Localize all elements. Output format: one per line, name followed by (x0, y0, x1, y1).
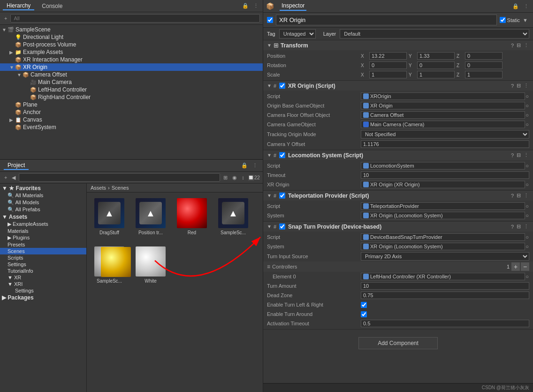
hierarchy-item-main-camera[interactable]: 🎥 Main Camera (0, 78, 263, 86)
project-view-btn[interactable]: ◉ (231, 174, 238, 181)
camera-y-input[interactable] (361, 140, 529, 148)
project-filter-btn[interactable]: ⊞ (222, 174, 229, 181)
xr-origin-help[interactable]: ? (510, 82, 514, 89)
hierarchy-item-xr-interaction[interactable]: 📦 XR Interaction Manager (0, 56, 263, 63)
project-tree-materials[interactable]: Materials (0, 228, 86, 234)
hierarchy-item-example-assets[interactable]: ▶ 📁 Example Assets (0, 48, 263, 56)
project-tree-all-materials[interactable]: 🔍 All Materials (0, 192, 86, 199)
object-name-input[interactable] (276, 15, 497, 25)
locomotion-menu[interactable]: ⋮ (523, 152, 529, 159)
turn-amount-input[interactable] (361, 282, 529, 290)
controllers-add[interactable]: + (511, 262, 520, 271)
project-tree-xri-settings[interactable]: Settings (0, 287, 86, 294)
asset-drag-stuff[interactable]: ▲ DragStuff (91, 196, 128, 237)
teleport-menu[interactable]: ⋮ (523, 192, 529, 199)
origin-base-menu[interactable]: ○ (525, 102, 529, 109)
teleport-script-menu[interactable]: ○ (525, 203, 529, 209)
turn-input-select[interactable]: Primary 2D Axis (361, 252, 529, 261)
project-tree-plugins[interactable]: ▶ Plugins (0, 234, 86, 241)
snap-turn-active[interactable] (279, 223, 285, 230)
project-tree-scripts[interactable]: Scripts (0, 254, 86, 261)
project-tree-tutorialinfo[interactable]: TutorialInfo (0, 268, 86, 274)
locomotion-header[interactable]: ▼ # Locomotion System (Script) ? ⊟ ⋮ (263, 150, 533, 160)
snap-script-menu[interactable]: ○ (525, 234, 529, 240)
hierarchy-item-righthand[interactable]: 📦 RightHand Controller (0, 93, 263, 101)
asset-position-tr[interactable]: ▲ Position tr... (132, 196, 169, 237)
enable-around-checkbox[interactable] (361, 311, 367, 317)
controllers-remove[interactable]: − (521, 262, 529, 271)
teleport-active[interactable] (279, 192, 285, 199)
project-sort-btn[interactable]: ↕ (240, 174, 246, 181)
transform-menu[interactable]: ⋮ (523, 42, 529, 49)
asset-white[interactable]: White (132, 245, 169, 285)
activation-timeout-input[interactable] (361, 320, 529, 327)
locomotion-active[interactable] (279, 152, 285, 158)
snap-turn-menu[interactable]: ⋮ (523, 223, 529, 230)
snap-turn-presets[interactable]: ⊟ (516, 223, 521, 230)
project-tab[interactable]: Project (4, 161, 29, 170)
hierarchy-item-lefthand[interactable]: 📦 LeftHand Controller (0, 86, 263, 93)
hierarchy-menu-btn[interactable]: ⋮ (252, 2, 260, 9)
teleport-system-menu[interactable]: ○ (525, 212, 529, 219)
project-tree-settings[interactable]: Settings (0, 261, 86, 268)
rot-x[interactable] (369, 61, 407, 69)
hierarchy-item-plane[interactable]: 📦 Plane (0, 101, 263, 108)
locomotion-presets[interactable]: ⊟ (516, 152, 521, 159)
hierarchy-item-directional-light[interactable]: 💡 Directional Light (0, 33, 263, 41)
loco-script-menu[interactable]: ○ (525, 162, 529, 169)
project-tree-scenes[interactable]: Scenes (0, 248, 86, 254)
timeout-input[interactable] (361, 171, 529, 179)
camera-go-menu[interactable]: ○ (525, 121, 529, 128)
hierarchy-item-samplescene[interactable]: ▼ 🎬 SampleScene (0, 26, 263, 33)
layer-select[interactable]: Default (340, 29, 529, 38)
object-active-checkbox[interactable] (267, 17, 273, 23)
project-tree-all-prefabs[interactable]: 🔍 All Prefabs (0, 206, 86, 213)
hierarchy-search-input[interactable] (10, 14, 260, 23)
hierarchy-item-post-process[interactable]: 📦 Post-process Volume (0, 41, 263, 48)
rot-y[interactable] (417, 61, 455, 69)
snap-turn-header[interactable]: ▼ # Snap Turn Provider (Device-based) ? … (263, 222, 533, 231)
project-tree-xri[interactable]: ▼ XRI (0, 281, 86, 287)
pos-z[interactable] (465, 52, 503, 60)
project-tree-packages[interactable]: ▶ Packages (0, 294, 86, 301)
snap-system-menu[interactable]: ○ (525, 243, 529, 250)
project-back-btn[interactable]: ◀ (10, 174, 17, 181)
project-tree-all-models[interactable]: 🔍 All Models (0, 199, 86, 206)
tag-select[interactable]: Untagged (279, 29, 316, 38)
teleportation-header[interactable]: ▼ # Teleportation Provider (Script) ? ⊟ … (263, 191, 533, 200)
project-add-btn[interactable]: + (3, 174, 8, 181)
transform-presets[interactable]: ⊟ (516, 42, 521, 49)
project-tree-xr[interactable]: ▼ XR (0, 274, 86, 281)
hierarchy-item-canvas[interactable]: ▶ 📋 Canvas (0, 116, 263, 123)
locomotion-help[interactable]: ? (510, 152, 514, 159)
pos-y[interactable] (417, 52, 455, 60)
hierarchy-lock-btn[interactable]: 🔒 (241, 2, 250, 9)
xr-origin-menu[interactable]: ⋮ (523, 82, 529, 89)
project-tree-favorites[interactable]: ▼ ★ Favorites (0, 184, 86, 192)
project-tree-example-assets[interactable]: ▶ ExampleAssets (0, 221, 86, 228)
asset-yellow[interactable] (101, 247, 131, 277)
hierarchy-tab[interactable]: Hierarchy (3, 1, 34, 10)
hierarchy-item-anchor[interactable]: 📦 Anchor (0, 108, 263, 116)
add-component-button[interactable]: Add Component (358, 337, 438, 349)
loco-xr-origin-menu[interactable]: ○ (525, 181, 529, 188)
scale-z[interactable] (465, 71, 503, 78)
scale-y[interactable] (417, 71, 455, 78)
inspector-menu-btn[interactable]: ⋮ (522, 3, 530, 10)
camera-floor-menu[interactable]: ○ (525, 112, 529, 118)
project-lock-btn[interactable]: 🔒 (240, 162, 249, 169)
tracking-select[interactable]: Not Specified (361, 130, 529, 138)
hierarchy-item-xr-origin[interactable]: ▼ 📦 XR Origin (0, 63, 263, 71)
transform-header[interactable]: ▼ ⊞ Transform ? ⊟ ⋮ (263, 40, 533, 50)
xr-script-menu[interactable]: ○ (525, 93, 529, 100)
project-tree-assets[interactable]: ▼ Assets (0, 213, 86, 221)
pos-x[interactable] (369, 52, 407, 60)
asset-sample-sc[interactable]: ▲ SampleSc... (214, 196, 252, 237)
hierarchy-item-camera-offset[interactable]: ▼ 📦 Camera Offset (0, 71, 263, 78)
xr-origin-header[interactable]: ▼ # XR Origin (Script) ? ⊟ ⋮ (263, 81, 533, 91)
dead-zone-input[interactable] (361, 292, 529, 299)
hierarchy-item-eventsystem[interactable]: 📦 EventSystem (0, 123, 263, 131)
hierarchy-add-btn[interactable]: + (3, 15, 8, 22)
xr-origin-presets[interactable]: ⊟ (516, 82, 521, 89)
asset-red[interactable]: Red (173, 196, 211, 237)
